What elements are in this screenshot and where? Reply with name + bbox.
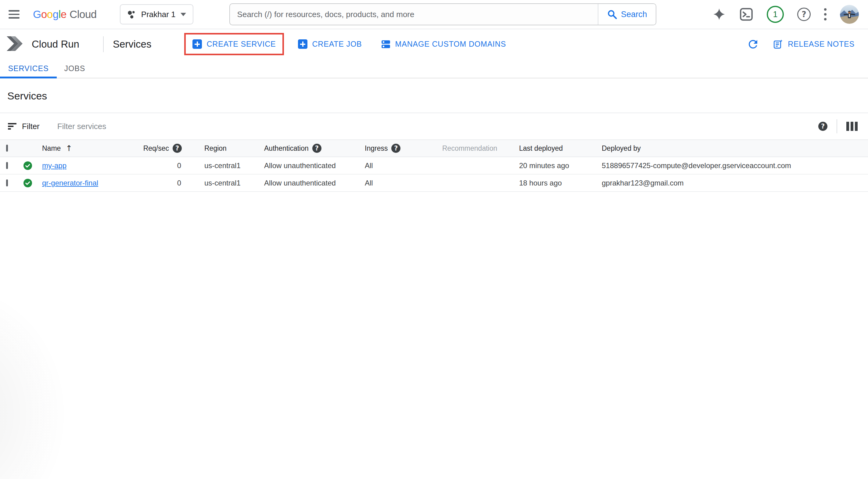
status-ok-icon [23,178,42,188]
gemini-sparkle-icon[interactable] [712,8,726,21]
divider [103,36,104,52]
topbar-actions: 1 ? [712,5,859,24]
chevron-down-icon [181,13,186,16]
column-header-deployed-by[interactable]: Deployed by [602,144,868,153]
column-header-ingress[interactable]: Ingress ? [365,144,442,153]
logo-letter: G [33,8,41,20]
filter-bar: Filter ? [0,113,868,140]
logo-letter: l [59,8,61,20]
create-job-button[interactable]: CREATE JOB [298,39,362,49]
help-glyph: ? [797,8,811,21]
main-content: Services Filter ? Name ↑ Req/sec ? Regio… [0,79,868,192]
authentication-value: Allow unauthenticated [264,179,365,187]
ingress-help-icon[interactable]: ? [391,144,400,153]
logo-cloud-text: Cloud [69,8,97,21]
search-button[interactable]: Search [598,4,656,25]
product-bar: Cloud Run Services CREATE SERVICE CREATE… [0,29,868,59]
release-notes-label: RELEASE NOTES [788,40,855,49]
project-icon [126,9,136,20]
search-bar: Search [229,3,656,25]
req-sec-help-icon[interactable]: ? [173,144,182,153]
manage-custom-domains-button[interactable]: MANAGE CUSTOM DOMAINS [381,39,506,49]
more-options-kebab-icon[interactable] [824,8,827,21]
column-header-last-deployed[interactable]: Last deployed [519,144,602,153]
ingress-value: All [365,161,442,170]
tab-services-label: SERVICES [8,64,49,73]
last-deployed-value: 20 minutes ago [519,161,602,170]
notifications-button[interactable]: 1 [767,6,784,23]
project-name: Prakhar 1 [141,10,176,19]
column-header-region[interactable]: Region [204,144,264,153]
release-notes-icon [773,39,783,50]
dns-icon [381,39,391,49]
search-button-label: Search [621,10,647,19]
plus-icon [298,39,307,49]
refresh-icon[interactable] [747,38,760,51]
req-sec-value: 0 [141,161,182,170]
region-value: us-central1 [204,179,264,187]
ingress-value: All [365,179,442,187]
avatar[interactable] [840,5,859,24]
filter-help-icon[interactable]: ? [818,122,828,131]
filter-label: Filter [22,122,40,131]
page-corner-shade [0,247,159,479]
annotation-highlight-create-service: CREATE SERVICE [184,33,284,55]
service-link[interactable]: qr-generator-final [42,179,98,187]
column-header-req-sec[interactable]: Req/sec ? [141,144,182,153]
tab-jobs-label: JOBS [64,64,85,73]
authentication-value: Allow unauthenticated [264,161,365,170]
column-header-recommendation[interactable]: Recommendation [442,144,519,153]
sort-ascending-icon[interactable]: ↑ [66,144,72,153]
status-ok-icon [23,161,42,170]
filter-input[interactable] [57,122,818,131]
authentication-help-icon[interactable]: ? [312,144,321,153]
create-service-label: CREATE SERVICE [207,40,276,49]
deployed-by-value: gprakhar123@gmail.com [602,179,868,187]
filter-list-icon [7,121,17,131]
search-input[interactable] [230,4,598,25]
tab-bar: SERVICES JOBS [0,59,868,79]
create-job-label: CREATE JOB [312,40,362,49]
breadcrumb-page: Services [113,38,152,50]
search-icon [607,9,617,20]
google-cloud-logo[interactable]: Google Cloud [33,8,97,21]
page-title: Services [7,90,868,102]
release-notes-button[interactable]: RELEASE NOTES [773,39,855,50]
region-value: us-central1 [204,161,264,170]
logo-letter: g [53,8,59,20]
logo-letter: o [47,8,53,20]
cloud-shell-icon[interactable] [739,7,753,21]
plus-icon [192,39,202,49]
project-selector[interactable]: Prakhar 1 [120,4,193,24]
topbar: Google Cloud Prakhar 1 Search 1 ? [0,0,868,29]
tab-jobs[interactable]: JOBS [57,59,93,78]
deployed-by-value: 518896577425-compute@developer.gservicea… [602,161,868,170]
req-sec-value: 0 [141,179,182,187]
cloud-run-icon [7,36,23,52]
last-deployed-value: 18 hours ago [519,179,602,187]
row-checkbox[interactable] [6,179,8,186]
logo-letter: o [41,8,47,20]
row-checkbox[interactable] [6,162,8,169]
hamburger-menu-icon[interactable] [7,5,25,24]
tab-services[interactable]: SERVICES [0,59,57,78]
help-icon[interactable]: ? [797,8,811,21]
manage-custom-domains-label: MANAGE CUSTOM DOMAINS [395,40,506,49]
table-row: my-app 0 us-central1 Allow unauthenticat… [0,157,868,175]
column-header-name[interactable]: Name ↑ [42,144,141,153]
divider [837,119,837,133]
table-row: qr-generator-final 0 us-central1 Allow u… [0,175,868,192]
product-title: Cloud Run [32,38,79,50]
column-header-authentication[interactable]: Authentication ? [264,144,365,153]
notification-count-badge: 1 [767,6,784,23]
table-header-row: Name ↑ Req/sec ? Region Authentication ?… [0,140,868,157]
logo-letter: e [61,8,66,20]
service-link[interactable]: my-app [42,161,66,170]
create-service-button[interactable]: CREATE SERVICE [192,39,276,49]
column-display-options-icon[interactable] [846,122,858,131]
select-all-checkbox[interactable] [6,145,8,152]
